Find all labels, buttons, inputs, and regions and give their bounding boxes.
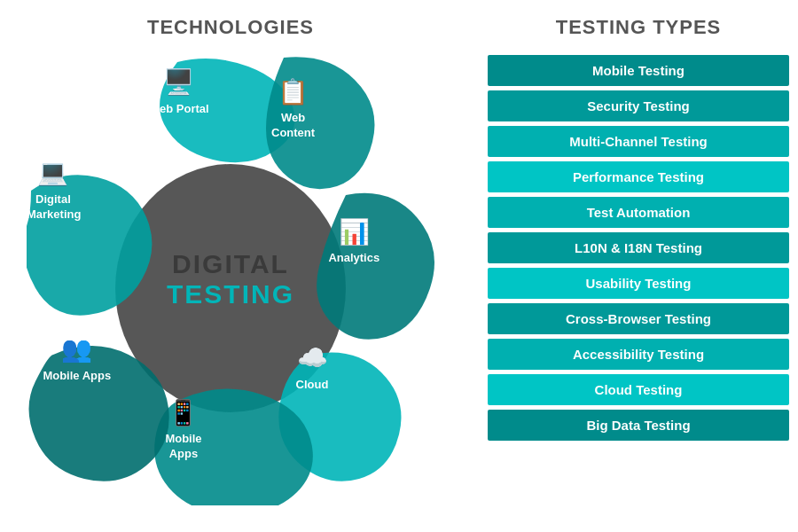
testing-item-0[interactable]: Mobile Testing [488,55,789,86]
testing-item-8[interactable]: Accessibility Testing [488,339,789,370]
testing-item-1[interactable]: Security Testing [488,90,789,121]
web-content-icon: 📋 [271,76,315,108]
seg-analytics: 📊 Analytics [328,216,379,266]
seg-web-portal: 🖥️ Web Portal [149,66,209,116]
testing-item-3[interactable]: Performance Testing [488,161,789,192]
testing-item-9[interactable]: Cloud Testing [488,374,789,405]
mobile-apps-icon: 📱 [165,397,201,429]
testing-item-4[interactable]: Test Automation [488,197,789,228]
testing-item-7[interactable]: Cross-Browser Testing [488,303,789,334]
testing-item-10[interactable]: Big Data Testing [488,410,789,441]
diagram-svg [27,53,434,505]
social-icon: 👥 [43,333,111,365]
cloud-icon: ☁️ [296,342,329,374]
testing-item-2[interactable]: Multi-Channel Testing [488,126,789,157]
analytics-icon: 📊 [328,216,379,248]
web-portal-icon: 🖥️ [149,66,209,98]
seg-cloud: ☁️ Cloud [296,342,329,392]
seg-social: 👥 Mobile Apps [43,333,111,383]
diagram-container: DIGITAL TESTING 🖥️ Web Portal 📋 WebConte… [27,53,434,505]
seg-mobile-apps: 📱 MobileApps [165,397,201,462]
right-title: TESTING TYPES [479,16,798,39]
digital-marketing-icon: 💻 [27,157,80,189]
seg-web-content: 📋 WebContent [271,76,315,141]
right-section: TESTING TYPES Mobile TestingSecurity Tes… [479,0,798,532]
testing-item-5[interactable]: L10N & I18N Testing [488,232,789,263]
left-section: TECHNOLOGIES DIGITAL TESTING [0,0,461,532]
left-title: TECHNOLOGIES [0,16,461,39]
testing-item-6[interactable]: Usability Testing [488,268,789,299]
testing-list: Mobile TestingSecurity TestingMulti-Chan… [479,55,798,441]
seg-digital-marketing: 💻 DigitalMarketing [27,157,80,222]
